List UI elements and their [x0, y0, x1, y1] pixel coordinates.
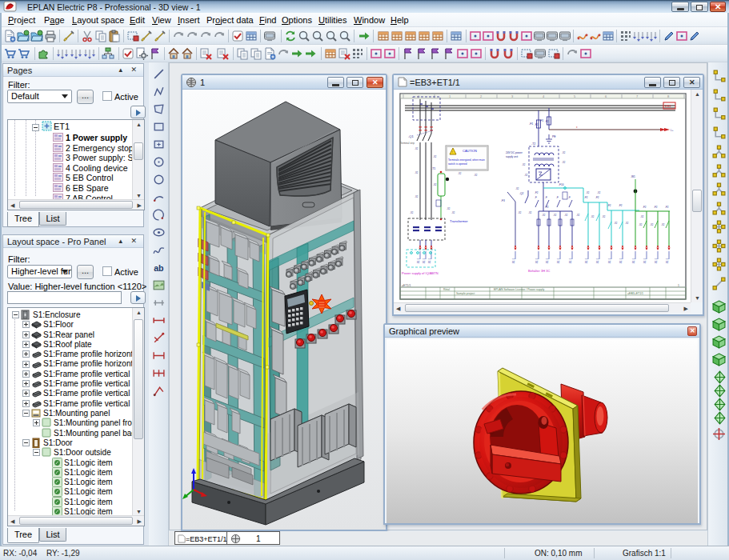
- svg-text:-X2: -X2: [562, 161, 566, 164]
- svg-text:Terminal strip: Terminal strip: [400, 142, 415, 145]
- svg-text:-X1:1: -X1:1: [417, 258, 420, 264]
- svg-text:-Q2: -Q2: [519, 192, 524, 195]
- svg-text:-X2: -X2: [458, 172, 462, 175]
- svg-text:-X1:1: -X1:1: [608, 258, 611, 264]
- svg-text:-X2: -X2: [614, 222, 618, 225]
- svg-text:!: !: [452, 150, 453, 154]
- svg-text:-X2: -X2: [518, 211, 522, 214]
- svg-text:Transformer: Transformer: [450, 219, 468, 223]
- svg-text:-X2: -X2: [433, 155, 437, 158]
- svg-text:-T2: -T2: [531, 142, 535, 146]
- svg-text:-F10: -F10: [559, 183, 564, 186]
- svg-text:Rittal: Rittal: [443, 288, 450, 291]
- svg-text:-X1:1: -X1:1: [428, 258, 431, 264]
- svg-text:-X1:1: -X1:1: [423, 258, 426, 264]
- svg-text:-X1:1: -X1:1: [557, 258, 560, 264]
- svg-text:-X2: -X2: [415, 147, 419, 150]
- svg-text:-T1: -T1: [431, 167, 435, 170]
- svg-text:-X1:1: -X1:1: [666, 258, 669, 264]
- svg-text:supply unit: supply unit: [506, 155, 518, 158]
- svg-text:Power supply of IQ/ABTN: Power supply of IQ/ABTN: [402, 271, 439, 275]
- svg-text:-F3: -F3: [501, 199, 505, 202]
- svg-text:-X2: -X2: [602, 215, 606, 218]
- svg-text:-X2: -X2: [640, 215, 644, 218]
- svg-text:-F2: -F2: [619, 204, 623, 207]
- svg-text:CAUTION: CAUTION: [463, 149, 477, 153]
- svg-text:-X1:1: -X1:1: [512, 258, 515, 264]
- svg-text:switch is opened: switch is opened: [448, 162, 467, 166]
- svg-text:-X2: -X2: [433, 183, 437, 186]
- svg-text:-X2: -X2: [562, 151, 566, 154]
- svg-text:-W1: -W1: [631, 175, 635, 178]
- svg-text:-F: -F: [568, 196, 571, 199]
- svg-text:-F1: -F1: [539, 119, 543, 122]
- svg-text:=ET1/1: =ET1/1: [402, 284, 411, 287]
- svg-text:24V DC power: 24V DC power: [506, 151, 523, 154]
- svg-text:-F2: -F2: [545, 206, 549, 209]
- svg-text:-X2: -X2: [415, 171, 419, 174]
- svg-text:-X2: -X2: [625, 222, 629, 225]
- svg-text:-X2: -X2: [564, 214, 568, 217]
- svg-text:-F2: -F2: [665, 206, 669, 209]
- svg-text:-X2: -X2: [447, 207, 451, 210]
- svg-text:-X2: -X2: [451, 211, 455, 214]
- svg-text:-F2: -F2: [654, 206, 658, 209]
- svg-text:EPLAN Software License / Power: EPLAN Software License / Power supply: [494, 288, 544, 291]
- svg-text:-X1:1: -X1:1: [535, 258, 539, 264]
- svg-text:ab: ab: [154, 263, 164, 273]
- svg-text:-X1:1: -X1:1: [569, 258, 572, 264]
- svg-text:Behälter 3H 3C: Behälter 3H 3C: [528, 269, 550, 273]
- svg-text:-F2: -F2: [595, 196, 599, 199]
- svg-text:-X2: -X2: [542, 214, 546, 217]
- svg-text:L+: L+: [671, 129, 674, 132]
- svg-text:-X2: -X2: [586, 191, 590, 194]
- svg-text:-X2: -X2: [415, 195, 419, 198]
- svg-text:-F2: -F2: [584, 196, 588, 199]
- svg-text:-X2: -X2: [528, 211, 532, 214]
- svg-text:-X2: -X2: [650, 223, 654, 226]
- svg-text:-F2: -F2: [535, 123, 539, 126]
- svg-text:=EB3+ET1/1: =EB3+ET1/1: [627, 292, 643, 295]
- svg-text:1: 1: [678, 284, 679, 287]
- svg-text:EB3: EB3: [665, 104, 671, 108]
- svg-text:-X2: -X2: [474, 174, 478, 177]
- svg-text:-X1:1: -X1:1: [632, 258, 635, 264]
- svg-text:-X2: -X2: [597, 191, 601, 194]
- svg-text:-X1:1: -X1:1: [546, 258, 549, 264]
- svg-text:-X2: -X2: [410, 211, 414, 214]
- svg-text:-F2: -F2: [643, 206, 647, 209]
- svg-text:Terminals energized, when main: Terminals energized, when main: [448, 158, 485, 162]
- svg-text:-X2: -X2: [524, 174, 528, 177]
- svg-text:-Q1: -Q1: [408, 134, 414, 138]
- svg-text:-X2: -X2: [661, 223, 665, 226]
- svg-text:-X1:1: -X1:1: [585, 258, 588, 264]
- svg-text:-X2: -X2: [639, 223, 643, 226]
- svg-text:-X1:1: -X1:1: [596, 258, 599, 264]
- svg-text:-X2: -X2: [553, 214, 557, 217]
- svg-text:-X2: -X2: [576, 214, 580, 217]
- svg-text:-X1:1: -X1:1: [643, 258, 647, 264]
- svg-text:-F: -F: [545, 196, 547, 199]
- svg-text:-X2: -X2: [515, 187, 519, 190]
- svg-text:Sample project: Sample project: [456, 292, 475, 295]
- svg-text:-F2: -F2: [607, 204, 611, 207]
- svg-text:-F: -F: [556, 196, 559, 199]
- svg-text:-F1: -F1: [529, 122, 533, 126]
- svg-text:-X1:1: -X1:1: [655, 258, 658, 264]
- svg-text:-F2: -F2: [545, 120, 549, 123]
- svg-text:-X2: -X2: [591, 215, 595, 218]
- svg-text:PE: PE: [552, 135, 556, 138]
- svg-text:-F2: -F2: [535, 191, 539, 194]
- svg-text:-F: -F: [535, 196, 537, 199]
- svg-text:-X2: -X2: [522, 163, 526, 166]
- svg-text:-X1:1: -X1:1: [619, 258, 623, 264]
